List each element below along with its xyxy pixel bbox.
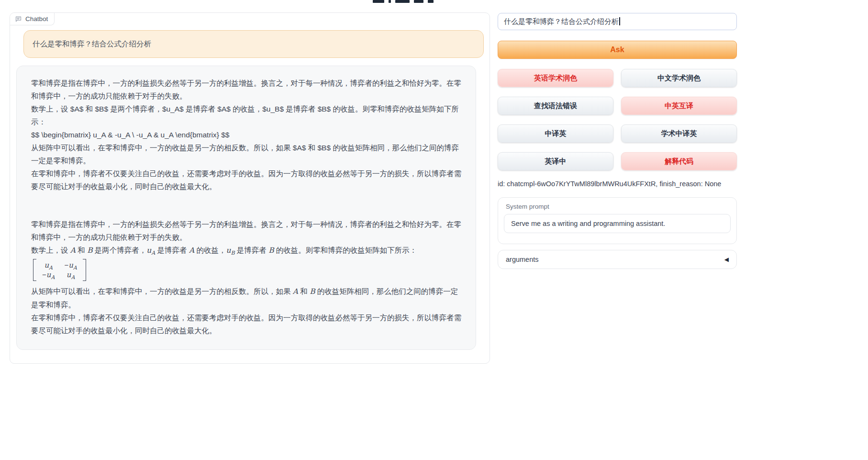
chatbot-messages[interactable]: 什么是零和博弈？结合公式介绍分析 零和博弈是指在博弈中，一方的利益损失必然等于另…	[10, 13, 490, 363]
response-meta-line: id: chatcmpl-6wOo7KrYTwMl89lbrMWRu4UkFFX…	[498, 180, 746, 188]
chatbot-label: Chatbot	[10, 13, 55, 25]
ask-button[interactable]: Ask	[498, 41, 737, 59]
matrix-left-bracket	[33, 259, 36, 281]
system-prompt-value: Serve me as a writing and programming as…	[511, 220, 665, 227]
system-prompt-input[interactable]: Serve me as a writing and programming as…	[504, 214, 731, 233]
arguments-accordion-label: arguments	[506, 256, 539, 263]
arguments-accordion[interactable]: arguments ◀	[498, 250, 737, 269]
message-gap	[31, 193, 463, 218]
bot-raw-paragraph-5: 在零和博弈中，博弈者不仅要关注自己的收益，还需要考虑对手的收益。因为一方取得的收…	[31, 167, 463, 193]
matrix-right-bracket	[83, 259, 86, 281]
quick-button-en-to-zh[interactable]: 英译中	[498, 152, 613, 170]
user-message-bubble: 什么是零和博弈？结合公式介绍分析	[23, 30, 484, 58]
accordion-collapsed-icon: ◀	[724, 257, 729, 262]
quick-button-chinese-academic-polish[interactable]: 中文学术润色	[621, 69, 737, 87]
quick-button-english-academic-polish[interactable]: 英语学术润色	[498, 69, 613, 87]
bot-raw-latex-matrix: $$ \begin{bmatrix} u_A & -u_A \ -u_A & u…	[31, 128, 463, 141]
quick-button-find-grammar-errors[interactable]: 查找语法错误	[498, 97, 613, 115]
quick-button-zh-to-en[interactable]: 中译英	[498, 124, 613, 143]
bot-rendered-paragraph-2: 数学上，设 A 和 B 是两个博弈者，uA 是博弈者 A 的收益，uB 是博弈者…	[31, 244, 463, 257]
quick-button-explain-code[interactable]: 解释代码	[621, 152, 737, 170]
bot-rendered-paragraph-3: 从矩阵中可以看出，在零和博弈中，一方的收益是另一方的相反数。所以，如果 A 和 …	[31, 285, 463, 311]
bot-raw-paragraph-4: 从矩阵中可以看出，在零和博弈中，一方的收益是另一方的相反数。所以，如果 $A$ …	[31, 141, 463, 167]
system-prompt-label: System prompt	[506, 203, 736, 210]
clipped-heading-fragment	[373, 0, 434, 3]
chat-bubble-icon	[15, 15, 22, 22]
bot-rendered-matrix-line: uA−uA−uAuA	[31, 257, 463, 285]
user-message-text: 什么是零和博弈？结合公式介绍分析	[33, 40, 151, 48]
bot-message-bubble: 零和博弈是指在博弈中，一方的利益损失必然等于另一方的利益增益。换言之，对于每一种…	[16, 66, 476, 350]
bot-rendered-paragraph-4: 在零和博弈中，博弈者不仅要关注自己的收益，还需要考虑对手的收益。因为一方取得的收…	[31, 311, 463, 337]
bot-raw-paragraph-2: 数学上，设 $A$ 和 $B$ 是两个博弈者，$u_A$ 是博弈者 $A$ 的收…	[31, 102, 463, 128]
quick-actions-grid: 英语学术润色 中文学术润色 查找语法错误 中英互译 中译英 学术中译英 英译中 …	[498, 69, 737, 170]
quick-button-academic-zh-to-en[interactable]: 学术中译英	[621, 124, 737, 143]
question-input-value: 什么是零和博弈？结合公式介绍分析	[504, 17, 619, 25]
text-caret	[619, 17, 620, 25]
quick-button-zh-en-mutual-translate[interactable]: 中英互译	[621, 97, 737, 115]
system-prompt-group: System prompt Serve me as a writing and …	[498, 197, 737, 244]
bot-rendered-paragraph-1: 零和博弈是指在博弈中，一方的利益损失必然等于另一方的利益增益。换言之，对于每一种…	[31, 218, 463, 244]
rendered-matrix: uA−uA−uAuA	[33, 259, 86, 281]
bot-raw-paragraph-1: 零和博弈是指在博弈中，一方的利益损失必然等于另一方的利益增益。换言之，对于每一种…	[31, 77, 463, 102]
chatbot-panel: Chatbot 什么是零和博弈？结合公式介绍分析 零和博弈是指在博弈中，一方的利…	[10, 12, 490, 364]
chatbot-label-text: Chatbot	[25, 15, 48, 22]
question-input[interactable]: 什么是零和博弈？结合公式介绍分析	[498, 13, 737, 30]
